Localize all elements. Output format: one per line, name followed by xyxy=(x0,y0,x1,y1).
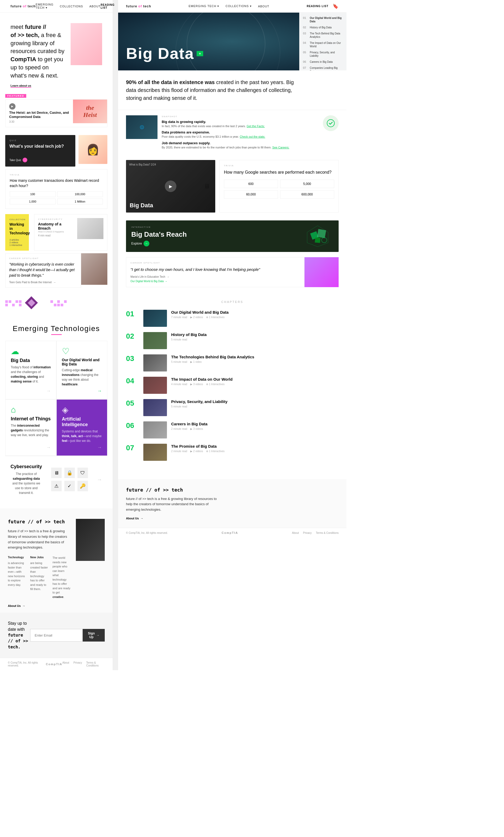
chapter-item-2[interactable]: 02 History of Big Data 5 minute read xyxy=(126,332,339,349)
right-trivia-opt-3[interactable]: 60,000 xyxy=(224,190,278,199)
chapter-title-4: The Impact of Data on Our World xyxy=(171,377,339,382)
privacy-link-left[interactable]: Privacy xyxy=(74,661,82,667)
about-link-left[interactable]: About xyxy=(62,661,69,667)
footer-desc-left: future // of >> tech is a free & growing… xyxy=(8,529,71,550)
chapter-item-1[interactable]: 01 Our Digital World and Big Data 7 minu… xyxy=(126,310,339,327)
trivia-option-2[interactable]: 100,000 xyxy=(57,191,103,197)
trivia-option-3[interactable]: 1,000 xyxy=(10,199,56,204)
chapter-thumb-6 xyxy=(143,422,167,439)
featured-card[interactable]: ▶ The Heist: an Iot Device, Casino, and … xyxy=(5,99,107,127)
chapter-num-4: 04 xyxy=(126,377,139,385)
ai-desc: Systems and devices that think, talk, ac… xyxy=(62,429,102,443)
career-right-link[interactable]: Our Digital World & Big Data → xyxy=(130,280,300,283)
cyber-arrow[interactable]: → xyxy=(97,477,102,483)
chapter-item-6[interactable]: 06 Careers in Big Data 2 minute read ▶ 3… xyxy=(126,422,339,439)
right-terms-link[interactable]: Terms & Conditions xyxy=(316,532,339,534)
reading-list-btn[interactable]: READING LIST xyxy=(100,3,114,9)
chapter-title-1: Our Digital World and Big Data xyxy=(171,310,339,315)
article-tag: CYBERSECURITY xyxy=(38,218,72,220)
iot-arrow[interactable]: → xyxy=(46,445,51,450)
right-trivia-opt-1[interactable]: 600 xyxy=(224,180,278,188)
nav-about[interactable]: ABOUT xyxy=(89,5,100,8)
snapshot-title-3: Job demand outpaces supply. xyxy=(162,141,319,145)
right-about-link[interactable]: About Us → xyxy=(126,517,339,520)
toc-item-2[interactable]: 02 History of Big Data xyxy=(303,26,343,29)
chapter-title-2: History of Big Data xyxy=(171,332,339,337)
toc-text-4: The Impact of Data on Our World xyxy=(310,41,343,48)
career-attribution-left[interactable]: Teen Gets Paid to Break the Internet → xyxy=(9,281,77,284)
right-nav-logo: future of tech xyxy=(126,4,151,8)
digitalhealth-arrow[interactable]: → xyxy=(97,388,102,394)
toc-item-6[interactable]: 06 Careers in Big Data xyxy=(303,60,343,64)
terms-link-left[interactable]: Terms & Conditions xyxy=(86,661,105,667)
nav-emerging-tech[interactable]: EMERGING TECH ▾ xyxy=(36,3,54,10)
tech-item-digitalhealth[interactable]: ♡ Our Digital World and Big Data Cutting… xyxy=(56,341,108,399)
featured-section: FEATURED ▶ The Heist: an Iot Device, Cas… xyxy=(0,93,113,133)
right-nav-about[interactable]: ABOUT xyxy=(258,5,269,8)
article-card[interactable]: CYBERSECURITY Anatomy of a Breach How it… xyxy=(34,214,107,251)
chapter-item-7[interactable]: 07 The Promise of Big Data 2 minute read… xyxy=(126,444,339,461)
article-image xyxy=(77,218,104,239)
right-trivia-opt-4[interactable]: 600,000 xyxy=(280,190,334,199)
quiz-card[interactable]: QUIZ What's your ideal tech job? Take Qu… xyxy=(5,135,75,166)
chapter-item-3[interactable]: 03 The Technologies Behind Big Data Anal… xyxy=(126,354,339,372)
cyber-icon-2: 🔒 xyxy=(64,468,75,478)
right-about-footer-link[interactable]: About xyxy=(292,532,299,534)
video-play-button[interactable]: ▶ xyxy=(165,180,176,192)
interactive-card[interactable]: INTERACTIVE Big Data's Reach Explore → xyxy=(126,220,339,252)
toc-item-4[interactable]: 04 The Impact of Data on Our World xyxy=(303,41,343,48)
about-us-link-left[interactable]: About Us → xyxy=(8,604,71,607)
career-card-left: CAREER SPOTLIGHT "Working in cybersecuri… xyxy=(5,253,81,288)
right-privacy-link[interactable]: Privacy xyxy=(303,532,312,534)
arrow-icon: → xyxy=(53,281,56,284)
chapter-info-4: The Impact of Data on Our World 4 minute… xyxy=(171,377,339,386)
tech-item-bigdata[interactable]: ☁ Big Data Today's flood of information … xyxy=(5,341,56,399)
right-bookmark-icon[interactable]: 🔖 xyxy=(333,3,339,9)
chapter-num-6: 06 xyxy=(126,422,139,430)
toc-item-7[interactable]: 07 Companies Leading Big Data xyxy=(303,66,343,70)
snapshot-link-2[interactable]: Check out the stats: xyxy=(240,135,265,138)
career-right-content: CAREER SPOTLIGHT "I get to choose my own… xyxy=(126,257,304,287)
snapshot-link-3[interactable]: See Careers: xyxy=(272,146,289,149)
collection-articles: 3 articles xyxy=(10,238,25,241)
snapshot-link-1[interactable]: Get the Facts: xyxy=(246,125,265,128)
trivia-option-1[interactable]: 100 xyxy=(10,191,56,197)
collection-box[interactable]: Collection Working in Technology 3 artic… xyxy=(5,214,29,251)
toc-item-1[interactable]: 01 Our Digital World and Big Data xyxy=(303,16,343,23)
right-nav-collections[interactable]: COLLECTIONS ▾ xyxy=(225,4,252,8)
video-card[interactable]: What is Big Data? 2/24 Big Data ▶ 🖥 xyxy=(126,160,215,213)
chapter-item-4[interactable]: 04 The Impact of Data on Our World 4 min… xyxy=(126,377,339,394)
bigdata-arrow[interactable]: → xyxy=(46,388,51,394)
interactive-title: Big Data's Reach xyxy=(131,230,187,238)
trivia-tag: TRIVIA xyxy=(10,174,103,176)
interactive-cta[interactable]: Explore → xyxy=(131,241,187,246)
sign-up-button[interactable]: Sign Up → xyxy=(83,629,105,642)
toc-item-5[interactable]: 05 Privacy, Security, and Liability xyxy=(303,51,343,57)
career-right-attribution[interactable]: Maria's Life in Education Tech → xyxy=(130,275,300,278)
chapter-item-5[interactable]: 05 Privacy, Security, and Liability 5 mi… xyxy=(126,399,339,416)
snapshot-badge: SNAPSHOT xyxy=(162,115,319,118)
snapshot-desc-3: By 2020, there are estimated to be 4x th… xyxy=(162,145,319,149)
right-trivia-tag: TRIVIA xyxy=(224,164,334,167)
left-nav: future of tech EMERGING TECH ▾ COLLECTIO… xyxy=(0,0,113,13)
featured-card-title: The Heist: an Iot Device, Casino, and Co… xyxy=(9,111,69,120)
trivia-option-4[interactable]: 1 Million xyxy=(57,199,103,204)
right-nav-emerging[interactable]: EMERGING TECH ▾ xyxy=(188,4,219,8)
chapter-read-5: 5 minute read xyxy=(171,405,187,408)
tech-item-iot[interactable]: ⌂ Internet of Things The interconnected … xyxy=(5,399,56,456)
tech-item-ai[interactable]: ◈ Artificial Intelligence Systems and de… xyxy=(56,399,108,456)
cyber-title: Cybersecurity xyxy=(11,464,42,469)
comptia-logo-left: CompTIA xyxy=(46,662,62,666)
take-quiz-cta[interactable]: Take Quiz → xyxy=(10,158,71,162)
ai-arrow[interactable]: → xyxy=(97,445,102,450)
right-trivia-opt-2[interactable]: 5,000 xyxy=(280,180,334,188)
nav-collections-left[interactable]: COLLECTIONS xyxy=(60,5,83,8)
svg-point-0 xyxy=(327,120,334,127)
toc-item-3[interactable]: 03 The Tech Behind Big Data Analytics xyxy=(303,32,343,39)
right-comptia-logo: CompTIA xyxy=(222,531,238,534)
learn-about-us-link[interactable]: Learn about us xyxy=(11,84,31,88)
video-trivia-row: What is Big Data? 2/24 Big Data ▶ 🖥 TRIV… xyxy=(118,155,347,218)
email-input[interactable] xyxy=(30,629,83,642)
right-reading-list[interactable]: READING LIST xyxy=(306,5,329,7)
quiz-tag: QUIZ xyxy=(10,139,71,142)
